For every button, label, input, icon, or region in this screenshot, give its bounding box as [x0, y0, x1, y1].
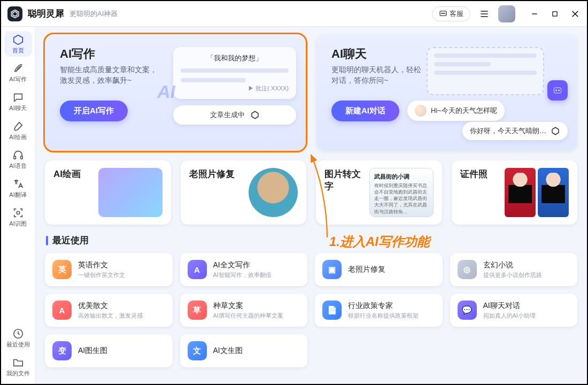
sidebar-item-label: 我的文件 [6, 369, 30, 378]
sidebar-item-ocr[interactable]: AI识图 [4, 204, 32, 230]
svg-point-21 [559, 90, 560, 91]
sidebar-item-voice[interactable]: AI语音 [4, 147, 32, 172]
svg-point-3 [442, 13, 442, 13]
translate-icon [12, 178, 24, 190]
recent-item-title: 玄幻小说 [483, 260, 542, 270]
recent-item-icon: 💬 [458, 301, 477, 320]
maximize-icon [551, 10, 559, 18]
mock-annotation: ▶ 批注( XXXX) [181, 84, 289, 93]
feature-row: AI绘画 老照片修复 图片转文字 武昌街的小调 有时候到重庆随便买书总会不自觉地… [45, 160, 577, 225]
sidebar-item-label: 最近使用 [6, 341, 30, 349]
feature-card-ocr[interactable]: 图片转文字 武昌街的小调 有时候到重庆随便买书总会不自觉地跑到武昌街去走一圈，最… [316, 160, 442, 225]
svg-point-5 [444, 13, 445, 13]
recent-item-title: AI全文写作 [213, 260, 272, 270]
user-avatar[interactable] [498, 5, 515, 22]
hexagon-icon [250, 110, 260, 120]
close-button[interactable] [570, 9, 581, 19]
app-name: 聪明灵犀 [28, 7, 64, 20]
hexagon-icon [551, 126, 560, 136]
sidebar-item-label: AI聊天 [9, 104, 26, 112]
recent-item-icon: A [188, 260, 207, 279]
recent-item-title: 老照片修复 [348, 265, 385, 274]
customer-service-label: 客服 [450, 9, 463, 19]
sidebar-item-label: AI识图 [9, 220, 26, 228]
main-content: AI写作 智能生成高质量文章和文案， 激发灵感，效率飙升~ 开启AI写作 AI … [35, 27, 587, 384]
chat-icon [12, 91, 24, 103]
feature-thumb [249, 168, 298, 217]
recent-item-desc: 高效输出散文，激发灵感 [78, 312, 143, 320]
app-logo-icon [7, 6, 22, 21]
maximize-button[interactable] [550, 9, 560, 19]
sidebar-item-recent[interactable]: 最近使用 [4, 325, 32, 351]
hero-card-chat[interactable]: AI聊天 更聪明的聊天机器人，轻松 对话，答你所问~ 新建AI对话 Hi~今天的… [316, 34, 577, 151]
sidebar-item-label: AI写作 [9, 75, 26, 83]
sidebar-item-label: AI绘画 [9, 133, 26, 141]
new-chat-button[interactable]: 新建AI对话 [331, 101, 399, 121]
recent-item-icon: ▣ [322, 260, 342, 279]
svg-rect-19 [554, 88, 561, 93]
recent-item[interactable]: 英英语作文一键创作英文作文 [45, 253, 173, 286]
app-slogan: 更聪明的AI神器 [69, 9, 118, 19]
recent-item[interactable]: ▣老照片修复 [315, 253, 443, 286]
svg-rect-14 [13, 156, 16, 159]
recent-item[interactable]: 草种草文案AI撰写任何主题的种草文案 [180, 294, 308, 327]
recent-item-desc: AI智能写作，效率翻倍 [213, 271, 272, 279]
recent-item-desc: 一键创作英文作文 [78, 271, 125, 279]
svg-rect-10 [553, 11, 557, 16]
sidebar-item-files[interactable]: 我的文件 [4, 354, 32, 380]
recent-item-icon: 草 [188, 301, 207, 320]
write-mock: AI 「我和我的梦想」 ▶ 批注( XXXX) 文章生成中 [173, 47, 296, 125]
recent-item[interactable]: 文AI文生图 [180, 334, 308, 367]
menu-button[interactable] [479, 9, 490, 19]
recent-item-icon: 变 [52, 341, 72, 360]
home-icon [12, 34, 24, 45]
svg-point-4 [443, 13, 443, 13]
feature-card-photo-restore[interactable]: 老照片修复 [181, 160, 307, 225]
hero-card-write[interactable]: AI写作 智能生成高质量文章和文案， 激发灵感，效率飙升~ 开启AI写作 AI … [45, 34, 306, 151]
clock-icon [12, 328, 24, 340]
sidebar-item-label: AI语音 [9, 162, 26, 170]
recent-item[interactable]: ◎玄幻小说提供更多小说创作思路 [450, 253, 578, 286]
recent-item[interactable]: 变AI图生图 [45, 334, 173, 367]
chatbot-icon [547, 80, 568, 101]
sidebar-item-chat[interactable]: AI聊天 [4, 89, 32, 114]
headphone-icon [12, 149, 24, 161]
sidebar-item-label: 首页 [12, 47, 24, 55]
sidebar-item-label: AI翻译 [9, 191, 26, 199]
svg-marker-13 [13, 35, 22, 44]
recent-item[interactable]: 💬AI聊天对话宛如真人的AI小助理 [450, 294, 578, 327]
svg-rect-15 [20, 156, 22, 159]
recent-item[interactable]: 📄行业政策专家根据行业名称提供政策框架 [315, 294, 443, 327]
recent-item-icon: ◎ [458, 260, 477, 279]
brush-icon [12, 120, 24, 132]
recent-item-title: 英语作文 [78, 260, 125, 270]
recent-item-title: 种草文案 [213, 301, 283, 311]
hamburger-icon [479, 9, 490, 19]
feature-thumb [505, 168, 569, 217]
titlebar: 聪明灵犀 更聪明的AI神器 客服 [1, 1, 587, 27]
minimize-button[interactable] [529, 9, 540, 19]
scan-icon [12, 207, 24, 219]
recent-item-title: AI聊天对话 [483, 301, 536, 311]
sidebar-item-translate[interactable]: AI翻译 [4, 175, 32, 201]
feature-card-id-photo[interactable]: 证件照 [452, 160, 578, 225]
recent-item-icon: A [52, 301, 72, 320]
recent-item[interactable]: AAI全文写作AI智能写作，效率翻倍 [180, 253, 308, 286]
recent-grid: 英英语作文一键创作英文作文AAI全文写作AI智能写作，效率翻倍▣老照片修复◎玄幻… [45, 253, 577, 367]
recent-item-icon: 📄 [322, 301, 342, 320]
sidebar-item-home[interactable]: 首页 [4, 31, 32, 57]
feature-title: 老照片修复 [189, 168, 235, 180]
chat-bubble-user: Hi~今天的天气怎样呢 [407, 101, 505, 121]
sidebar-item-paint[interactable]: AI绘画 [4, 118, 32, 143]
avatar-icon [415, 105, 427, 117]
recent-item[interactable]: A优美散文高效输出散文，激发灵感 [45, 294, 173, 327]
customer-service-button[interactable]: 客服 [432, 6, 470, 21]
recent-item-desc: 提供更多小说创作思路 [483, 271, 542, 279]
feature-card-paint[interactable]: AI绘画 [45, 160, 171, 225]
recent-item-title: AI文生图 [213, 346, 243, 356]
sidebar-item-write[interactable]: AI写作 [4, 60, 32, 86]
recent-item-desc: AI撰写任何主题的种草文案 [213, 312, 283, 320]
recent-item-title: 优美散文 [78, 301, 143, 311]
svg-point-20 [556, 90, 557, 91]
start-ai-write-button[interactable]: 开启AI写作 [60, 101, 128, 121]
